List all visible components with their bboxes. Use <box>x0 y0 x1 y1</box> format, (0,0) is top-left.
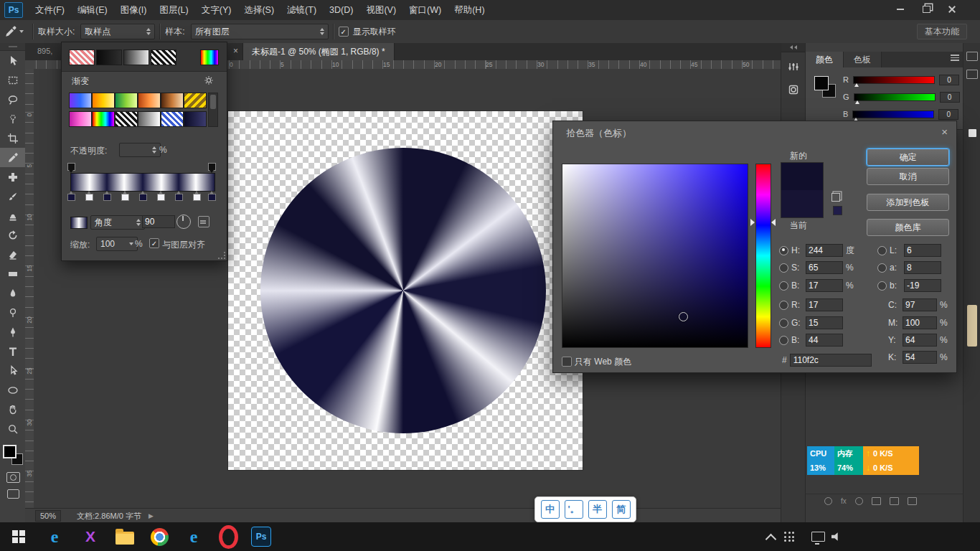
color-field-marker[interactable] <box>679 312 688 321</box>
gradient-preset-swatch[interactable] <box>115 111 138 127</box>
color-stop[interactable] <box>85 194 93 201</box>
pen-tool[interactable] <box>0 322 25 342</box>
mask-icon[interactable] <box>855 497 863 505</box>
history-brush-tool[interactable] <box>0 225 25 245</box>
gradient-preset-swatch[interactable] <box>69 93 92 108</box>
gradient-type-bw[interactable] <box>151 50 176 65</box>
gradient-type-spectrum[interactable] <box>200 50 219 65</box>
ime-punct-key[interactable]: '。 <box>565 500 583 519</box>
menu-help[interactable]: 帮助(H) <box>448 0 491 20</box>
hue-slider-arrow-left[interactable] <box>750 219 755 226</box>
foreground-color-swatch[interactable] <box>3 445 17 458</box>
gradient-preset-swatch[interactable] <box>138 111 161 127</box>
dock-scrollbar-thumb[interactable] <box>967 305 977 347</box>
menu-window[interactable]: 窗口(W) <box>402 0 448 20</box>
gradient-preset-swatch[interactable] <box>161 111 184 127</box>
lab-l-input[interactable] <box>904 244 941 257</box>
panel-icon-navigator[interactable] <box>966 52 978 61</box>
menu-type[interactable]: 文字(Y) <box>195 0 238 20</box>
menu-view[interactable]: 视图(V) <box>359 0 402 20</box>
panel-icon-small-swatch[interactable] <box>969 129 976 137</box>
options-grid-icon[interactable] <box>198 216 209 227</box>
menu-select[interactable]: 选择(S) <box>237 0 281 20</box>
hue-radio[interactable] <box>779 246 788 255</box>
ie-taskbar-icon[interactable]: e <box>184 527 204 547</box>
rectangular-marquee-tool[interactable] <box>0 70 25 90</box>
lasso-tool[interactable] <box>0 90 25 109</box>
close-icon[interactable] <box>944 3 960 16</box>
blur-tool[interactable] <box>0 283 25 303</box>
red-channel-slider[interactable] <box>853 76 935 84</box>
gradient-preset-swatch[interactable] <box>92 111 115 127</box>
color-stop[interactable] <box>103 194 111 201</box>
trash-icon[interactable] <box>908 497 917 505</box>
ime-simplified-key[interactable]: 简 <box>612 500 631 519</box>
green-input[interactable] <box>806 316 843 329</box>
hue-input[interactable] <box>806 244 843 257</box>
dodge-tool[interactable] <box>0 303 25 322</box>
lab-b-input[interactable] <box>904 279 941 292</box>
green-channel-slider[interactable] <box>854 93 936 101</box>
saturation-brightness-field[interactable] <box>562 164 748 348</box>
panel-icon-adjustments[interactable] <box>785 58 802 75</box>
tray-apps-grid[interactable] <box>779 527 799 547</box>
blue-input[interactable] <box>806 334 843 347</box>
file-explorer-icon[interactable] <box>115 527 135 547</box>
current-color-swatch[interactable] <box>781 190 823 217</box>
sample-size-dropdown[interactable]: 取样点 <box>80 24 155 39</box>
link-icon[interactable] <box>824 497 832 505</box>
gradient-editor-bar[interactable] <box>70 173 215 192</box>
resize-grip[interactable] <box>218 252 225 259</box>
color-stop[interactable] <box>193 194 201 201</box>
cyan-input[interactable] <box>903 298 937 311</box>
zoom-tool[interactable] <box>0 419 25 438</box>
show-ring-checkbox[interactable] <box>339 27 349 37</box>
panel-grip[interactable] <box>0 43 25 51</box>
gradient-chip[interactable] <box>70 217 88 229</box>
web-warning-cube-icon[interactable] <box>831 193 840 202</box>
menu-image[interactable]: 图像(I) <box>114 0 154 20</box>
chrome-taskbar-icon[interactable] <box>149 527 169 547</box>
blue-channel-value[interactable]: 0 <box>938 109 958 120</box>
clone-stamp-tool[interactable] <box>0 206 25 225</box>
type-tool[interactable] <box>0 342 25 361</box>
angle-dropdown[interactable]: 角度 <box>90 215 145 230</box>
color-stop[interactable] <box>157 194 165 201</box>
opera-taskbar-icon[interactable] <box>218 527 238 547</box>
gradient-type-fg-transparent[interactable] <box>69 50 95 65</box>
red-input[interactable] <box>806 298 843 311</box>
menu-filter[interactable]: 滤镜(T) <box>281 0 323 20</box>
lab-b-radio[interactable] <box>877 281 887 291</box>
web-colors-only-checkbox[interactable] <box>562 357 572 367</box>
lab-a-input[interactable] <box>904 261 941 274</box>
blue-radio[interactable] <box>779 336 788 345</box>
foreground-background-swatches[interactable] <box>3 445 23 465</box>
zoom-level-field[interactable]: 50% <box>35 510 61 522</box>
red-radio[interactable] <box>779 301 788 310</box>
panel-menu-icon[interactable] <box>951 55 959 61</box>
blue-channel-slider[interactable] <box>852 110 934 118</box>
gradient-preset-swatch[interactable] <box>184 93 207 108</box>
menu-layer[interactable]: 图层(L) <box>153 0 194 20</box>
panel-color-swatches[interactable] <box>814 76 836 98</box>
menu-edit[interactable]: 编辑(E) <box>71 0 114 20</box>
black-input[interactable] <box>903 351 937 364</box>
ime-mode-key[interactable]: 中 <box>541 500 560 519</box>
eraser-tool[interactable] <box>0 245 25 264</box>
gradient-preset-swatch[interactable] <box>161 93 184 108</box>
tab-color-panel[interactable]: 颜色 <box>806 52 844 67</box>
color-stop[interactable] <box>121 194 129 201</box>
panel-foreground-swatch[interactable] <box>814 76 829 90</box>
gradient-type-gray[interactable] <box>123 50 149 65</box>
opacity-dropdown[interactable] <box>119 143 161 157</box>
document-canvas[interactable] <box>228 111 583 470</box>
opacity-stop[interactable] <box>208 163 216 171</box>
fx-icon[interactable]: fx <box>841 497 847 505</box>
align-layer-checkbox[interactable] <box>149 238 159 248</box>
add-to-swatches-button[interactable]: 添加到色板 <box>867 194 949 211</box>
status-flyout-icon[interactable]: ▶ <box>149 512 154 519</box>
color-libraries-button[interactable]: 颜色库 <box>867 219 949 236</box>
gradient-preset-swatch[interactable] <box>92 93 115 108</box>
menu-file[interactable]: 文件(F) <box>29 0 71 20</box>
red-channel-value[interactable]: 0 <box>939 75 959 85</box>
